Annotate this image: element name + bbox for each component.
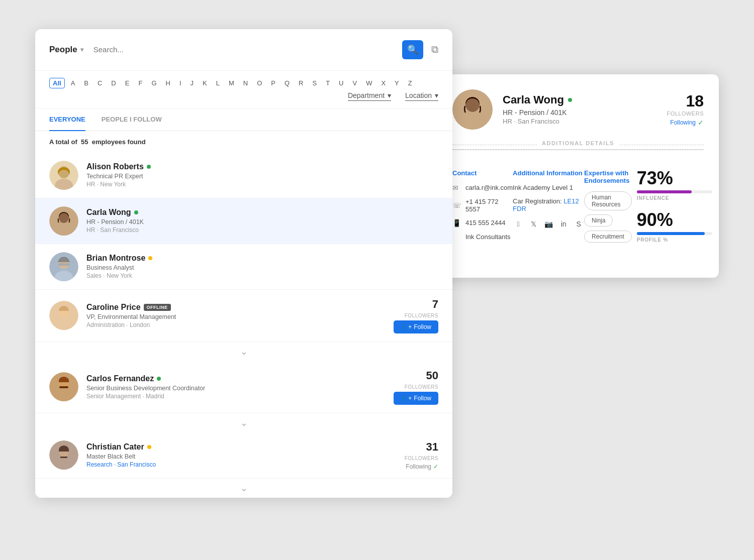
avatar: [49, 252, 78, 281]
alpha-t[interactable]: T: [323, 78, 333, 88]
person-item[interactable]: Carlos Fernandez Senior Business Develop…: [35, 361, 452, 413]
alpha-z[interactable]: Z: [405, 78, 415, 88]
alpha-r[interactable]: R: [296, 78, 306, 88]
person-item[interactable]: Alison Roberts Technical PR Expert HR · …: [35, 153, 452, 198]
detail-following[interactable]: Following ✓: [667, 119, 704, 127]
collapse-button[interactable]: ⌄: [35, 342, 452, 361]
department-chevron-icon: ▾: [388, 91, 391, 99]
expertise-column: Expertise with Endorsements Human Resour…: [584, 169, 632, 253]
facebook-icon[interactable]: : [513, 218, 524, 230]
contact-phone: ☏ +1 415 772 5557: [452, 198, 513, 213]
tab-people-i-follow[interactable]: PEOPLE I FOLLOW: [102, 108, 162, 131]
alpha-g[interactable]: G: [148, 78, 159, 88]
detail-followers-label: FOLLOWERS: [667, 110, 704, 117]
alpha-a[interactable]: A: [68, 78, 78, 88]
person-item[interactable]: Brian Montrose Business Analyst Sales · …: [35, 244, 452, 290]
avatar: [49, 440, 78, 470]
person-info: Carla Wong HR - Pension / 401K HR · San …: [86, 208, 438, 234]
alpha-l[interactable]: L: [213, 78, 223, 88]
detail-location: HR · San Francisco: [503, 118, 667, 125]
expertise-header: Expertise with Endorsements: [584, 169, 632, 184]
tag-human-resources[interactable]: Human Resources: [584, 191, 632, 210]
person-title: Senior Business Development Coordinator: [86, 385, 394, 392]
alpha-d[interactable]: D: [108, 78, 119, 88]
people-dropdown[interactable]: People ▾: [49, 45, 83, 55]
dropdown-chevron-icon: ▾: [80, 46, 83, 53]
person-title: Business Analyst: [86, 264, 438, 271]
alpha-x[interactable]: X: [378, 78, 389, 88]
alpha-c[interactable]: C: [95, 78, 105, 88]
alpha-k[interactable]: K: [200, 78, 210, 88]
alpha-h[interactable]: H: [163, 78, 173, 88]
status-dot-online: [568, 98, 572, 102]
followers-label: FOLLOWERS: [405, 313, 438, 318]
follow-button[interactable]: 👤+ Follow: [394, 392, 438, 405]
contact-email: ✉ carla.r@ink.com: [452, 184, 513, 192]
department-label: Department: [348, 91, 385, 99]
detail-name: Carla Wong: [503, 93, 667, 106]
department-filter[interactable]: Department ▾: [348, 91, 391, 101]
detail-panel: Carla Wong HR - Pension / 401K HR · San …: [437, 74, 719, 278]
person-item[interactable]: Christian Cater Master Black Belt Resear…: [35, 432, 452, 479]
tab-everyone[interactable]: EVERYONE: [49, 108, 85, 131]
detail-followers-num: 18: [667, 92, 704, 110]
alpha-w[interactable]: W: [363, 78, 375, 88]
influence-progress-bar: [637, 190, 712, 193]
check-icon: ✓: [698, 119, 704, 127]
location-filter[interactable]: Location ▾: [405, 91, 438, 101]
tabs-bar: EVERYONE PEOPLE I FOLLOW: [35, 108, 452, 131]
alpha-u[interactable]: U: [336, 78, 346, 88]
alpha-s[interactable]: S: [309, 78, 320, 88]
avatar: [49, 372, 78, 401]
follow-button[interactable]: 👤+ Follow: [394, 320, 438, 333]
person-dept: Research · San Francisco: [86, 461, 405, 468]
alpha-all[interactable]: All: [49, 78, 65, 88]
profile-label: PROFILE %: [637, 237, 712, 243]
avatar: [49, 206, 78, 236]
person-item[interactable]: Caroline Price OFFLINE VP, Environmental…: [35, 290, 452, 342]
collapse-button[interactable]: ⌄: [35, 413, 452, 432]
status-dot-online: [157, 377, 161, 381]
alpha-p[interactable]: P: [268, 78, 278, 88]
person-dept: Sales · New York: [86, 272, 438, 279]
alpha-y[interactable]: Y: [392, 78, 402, 88]
tag-recruitment[interactable]: Recruitment: [584, 231, 632, 243]
alpha-n[interactable]: N: [240, 78, 251, 88]
skype-icon[interactable]: S: [573, 218, 584, 230]
person-item[interactable]: Carla Wong HR - Pension / 401K HR · San …: [35, 198, 452, 244]
search-input[interactable]: [93, 45, 392, 54]
alpha-v[interactable]: V: [349, 78, 360, 88]
alpha-m[interactable]: M: [226, 78, 237, 88]
collapse-button[interactable]: ⌄: [35, 479, 452, 498]
person-name: Alison Roberts: [86, 162, 438, 171]
followers-count: 50: [426, 369, 438, 382]
filter-button[interactable]: ⧉: [431, 44, 438, 55]
alpha-o[interactable]: O: [254, 78, 265, 88]
contact-column: Contact ✉ carla.r@ink.com ☏ +1 415 772 5…: [452, 169, 513, 253]
search-button[interactable]: 🔍: [402, 40, 423, 59]
people-label: People: [49, 45, 77, 55]
metrics-column: 73% INFLUENCE 90% PROFILE %: [632, 169, 712, 253]
person-dept: HR · New York: [86, 181, 438, 188]
person-title: HR - Pension / 401K: [86, 218, 438, 226]
contact-header: Contact: [452, 169, 513, 177]
linkedin-icon[interactable]: in: [558, 218, 569, 230]
detail-header: Carla Wong HR - Pension / 401K HR · San …: [437, 74, 719, 140]
alpha-b[interactable]: B: [81, 78, 91, 88]
alpha-f[interactable]: F: [135, 78, 145, 88]
chevron-down-icon: ⌄: [240, 417, 248, 428]
alpha-e[interactable]: E: [122, 78, 133, 88]
person-name: Christian Cater: [86, 442, 405, 452]
alpha-q[interactable]: Q: [281, 78, 293, 88]
alpha-i[interactable]: I: [176, 78, 184, 88]
alpha-j[interactable]: J: [187, 78, 197, 88]
filter-icon: ⧉: [431, 44, 438, 55]
tag-ninja[interactable]: Ninja: [584, 214, 613, 227]
instagram-icon[interactable]: 📷: [543, 218, 554, 230]
twitter-icon[interactable]: 𝕏: [528, 218, 539, 230]
endorsement-tags: Human Resources Ninja Recruitment: [584, 191, 632, 243]
detail-avatar: [452, 89, 493, 130]
employees-count: A total of 55 employees found: [35, 131, 452, 153]
person-name: Carla Wong: [86, 208, 438, 217]
person-dept: HR · San Francisco: [86, 227, 438, 234]
